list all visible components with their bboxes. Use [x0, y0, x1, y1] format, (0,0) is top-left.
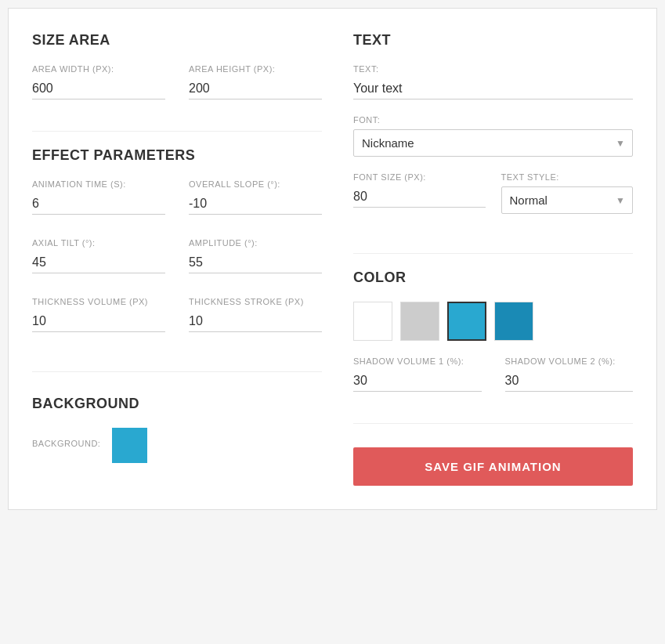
- axial-tilt-label: AXIAL TILT (°):: [32, 238, 165, 248]
- area-width-group: AREA WIDTH (PX):: [32, 64, 165, 99]
- background-title: BACKGROUND: [32, 396, 322, 412]
- overall-slope-input[interactable]: [189, 194, 322, 215]
- shadow-volume2-group: SHADOW VOLUME 2 (%):: [505, 356, 634, 392]
- area-width-input[interactable]: [32, 78, 165, 99]
- text-style-group: TEXT STYLE: Normal Bold Italic ▼: [501, 172, 634, 214]
- shadow-volume1-label: SHADOW VOLUME 1 (%):: [353, 356, 482, 366]
- shadow-volume1-group: SHADOW VOLUME 1 (%):: [353, 356, 482, 392]
- font-select[interactable]: Nickname Arial Times New Roman Verdana: [353, 129, 633, 157]
- font-size-group: FONT SIZE (PX):: [353, 172, 486, 214]
- size-area-title: SIZE AREA: [32, 32, 322, 49]
- main-container: SIZE AREA AREA WIDTH (PX): AREA HEIGHT (…: [8, 8, 657, 510]
- thickness-stroke-label: THICKNESS STROKE (PX): [189, 297, 322, 306]
- animation-time-input[interactable]: [32, 194, 165, 215]
- color-swatch-white[interactable]: [353, 302, 392, 341]
- thickness-volume-label: THICKNESS VOLUME (PX): [32, 297, 165, 306]
- animation-time-label: ANIMATION TIME (S):: [32, 179, 165, 189]
- color-title: COLOR: [353, 270, 633, 286]
- shadow-volume1-input[interactable]: [353, 371, 482, 392]
- color-swatch-gray[interactable]: [400, 302, 439, 341]
- color-swatches-row: [353, 302, 633, 341]
- thickness-volume-group: THICKNESS VOLUME (PX): [32, 297, 165, 332]
- color-swatch-dark-blue[interactable]: [494, 302, 533, 341]
- area-height-input[interactable]: [189, 78, 322, 99]
- area-width-label: AREA WIDTH (PX):: [32, 64, 165, 74]
- thickness-volume-input[interactable]: [32, 311, 165, 332]
- area-height-group: AREA HEIGHT (PX):: [189, 64, 322, 99]
- font-label: FONT:: [353, 115, 633, 125]
- amplitude-input[interactable]: [189, 252, 322, 273]
- text-title: TEXT: [353, 32, 633, 49]
- effect-parameters-title: EFFECT PARAMETERS: [32, 147, 322, 164]
- overall-slope-group: OVERALL SLOPE (°):: [189, 179, 322, 215]
- area-height-label: AREA HEIGHT (PX):: [189, 64, 322, 74]
- animation-time-group: ANIMATION TIME (S):: [32, 179, 165, 215]
- save-gif-button[interactable]: SAVE GIF ANIMATION: [353, 447, 633, 486]
- effect-parameters-section: EFFECT PARAMETERS ANIMATION TIME (S): OV…: [32, 147, 322, 348]
- amplitude-group: AMPLITUDE (°):: [189, 238, 322, 273]
- axial-tilt-group: AXIAL TILT (°):: [32, 238, 165, 273]
- amplitude-label: AMPLITUDE (°):: [189, 238, 322, 248]
- font-select-wrapper: Nickname Arial Times New Roman Verdana ▼: [353, 129, 633, 157]
- text-style-select-wrapper: Normal Bold Italic ▼: [501, 186, 634, 214]
- text-input-group: TEXT:: [353, 64, 633, 99]
- background-color-swatch[interactable]: [112, 428, 147, 463]
- shadow-volume2-label: SHADOW VOLUME 2 (%):: [505, 356, 634, 366]
- color-swatch-blue[interactable]: [447, 302, 486, 341]
- font-group: FONT: Nickname Arial Times New Roman Ver…: [353, 115, 633, 157]
- shadow-volume2-input[interactable]: [505, 371, 634, 392]
- font-size-input[interactable]: [353, 186, 486, 208]
- font-size-label: FONT SIZE (PX):: [353, 172, 486, 182]
- thickness-stroke-group: THICKNESS STROKE (PX): [189, 297, 322, 332]
- text-field-label: TEXT:: [353, 64, 633, 74]
- size-area-section: SIZE AREA AREA WIDTH (PX): AREA HEIGHT (…: [32, 32, 322, 115]
- color-section: COLOR SHADOW VOLUME 1 (%): SHADOW VOLUME…: [353, 270, 633, 407]
- text-input[interactable]: [353, 78, 633, 99]
- right-column: TEXT TEXT: FONT: Nickname Arial Times Ne…: [353, 32, 633, 486]
- text-style-select[interactable]: Normal Bold Italic: [501, 186, 634, 214]
- background-label: BACKGROUND:: [32, 439, 100, 448]
- axial-tilt-input[interactable]: [32, 252, 165, 273]
- overall-slope-label: OVERALL SLOPE (°):: [189, 179, 322, 189]
- text-section: TEXT TEXT: FONT: Nickname Arial Times Ne…: [353, 32, 633, 230]
- left-column: SIZE AREA AREA WIDTH (PX): AREA HEIGHT (…: [32, 32, 322, 486]
- text-style-label: TEXT STYLE:: [501, 172, 634, 182]
- thickness-stroke-input[interactable]: [189, 311, 322, 332]
- background-section: BACKGROUND BACKGROUND:: [32, 396, 322, 463]
